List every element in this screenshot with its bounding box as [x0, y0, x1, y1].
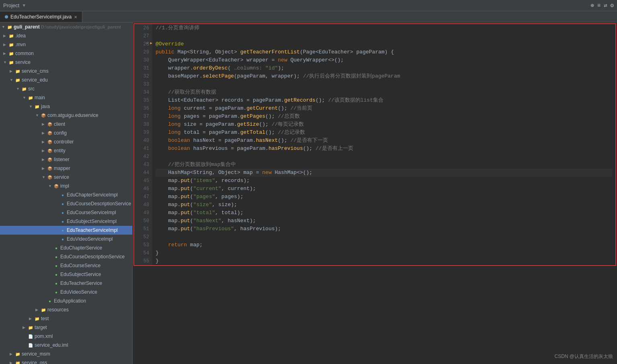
folder-icon-test: 📁	[34, 315, 40, 322]
sidebar-item-mapper[interactable]: 📦 mapper	[0, 164, 132, 173]
label-EduSubjectService: EduSubjectService	[60, 272, 101, 277]
sidebar-item-entity[interactable]: 📦 entity	[0, 146, 132, 155]
comment-3: //获取分页所有数据	[156, 88, 216, 96]
sidebar-item-EduCourseService[interactable]: ● EduCourseService	[0, 261, 132, 270]
sidebar-item-EduVideoServiceImpl[interactable]: ● EduVideoServiceImpl	[0, 235, 132, 243]
label-service-oss: service_oss	[22, 360, 47, 364]
code-editor[interactable]: 26 27 28 ▶ ↩ 29 30 31 32 33 34 35 36 37 …	[133, 22, 617, 364]
sidebar-item-service-edu-iml[interactable]: 📄 service_edu.iml	[0, 341, 132, 350]
arrow-controller	[42, 140, 47, 144]
sidebar-item-EduSubjectService[interactable]: ● EduSubjectService	[0, 270, 132, 279]
sidebar-item-EduTeacherServiceImpl[interactable]: ● EduTeacherServiceImpl	[0, 226, 132, 235]
kw-long-3: long	[168, 121, 184, 129]
sidebar-item-EduCourseDescriptionService2[interactable]: ● EduCourseDescriptionService	[0, 252, 132, 261]
arrow-test	[29, 317, 34, 321]
method-hasPrevious: hasPrevious	[269, 145, 303, 153]
line-num-43: 43	[134, 161, 152, 169]
sidebar-item-EduCourseServiceImpl[interactable]: ● EduCourseServiceImpl	[0, 208, 132, 217]
sidebar-item-src[interactable]: 📁 src	[0, 84, 132, 93]
sidebar-item-test[interactable]: 📁 test	[0, 314, 132, 323]
sidebar-item-EduApplication[interactable]: ● EduApplication	[0, 297, 132, 305]
str-id: "id"	[265, 64, 278, 72]
tab-close-button[interactable]: ✕	[74, 15, 77, 19]
label-EduChapterService: EduChapterService	[60, 245, 102, 251]
code-line-27	[156, 32, 612, 40]
toolbar-icon-1[interactable]: ⊕	[590, 2, 594, 9]
line-num-27: 27	[134, 32, 152, 40]
sidebar-item-service-pkg[interactable]: 📦 service	[0, 173, 132, 182]
sidebar-item-EduSubjectServiceImpl[interactable]: ● EduSubjectServiceImpl	[0, 217, 132, 226]
arrow-com-atguigu	[35, 113, 40, 117]
folder-icon-java: 📁	[34, 103, 40, 110]
label-mapper: mapper	[54, 166, 70, 171]
sidebar-item-controller[interactable]: 📦 controller	[0, 137, 132, 146]
sidebar-item-target[interactable]: 📁 target	[0, 323, 132, 332]
label-EduChapterServiceImpl: EduChapterServiceImpl	[67, 192, 118, 198]
sidebar-item-service-cms[interactable]: 📁 service_cms	[0, 67, 132, 76]
sidebar-item-EduCourseDescriptionService[interactable]: ● EduCourseDescriptionService	[0, 199, 132, 208]
sidebar-item-service-oss[interactable]: 📁 service_oss	[0, 358, 132, 364]
folder-icon-service-cms: 📁	[14, 68, 21, 74]
kw-public: public	[156, 48, 178, 56]
method-hasNext: hasNext	[256, 137, 278, 145]
str-current: "current"	[193, 185, 221, 193]
sidebar[interactable]: 📁 guli_parent D:\study\java\code\project…	[0, 22, 133, 364]
arrow-target	[23, 325, 27, 329]
arrow-main	[23, 96, 27, 100]
code-line-33	[156, 80, 612, 88]
sidebar-item-pom-edu[interactable]: 📄 pom.xml	[0, 332, 132, 341]
folder-icon-service-pkg: 📦	[47, 174, 53, 180]
tab-eduteacherserviceimpl[interactable]: EduTeacherServiceImpl.java ✕	[0, 12, 82, 22]
toolbar-icon-3[interactable]: ⇄	[604, 2, 607, 9]
sidebar-item-service-edu[interactable]: 📁 service_edu	[0, 76, 132, 84]
sidebar-item-mvn[interactable]: 📁 .mvn	[0, 40, 132, 49]
arrow-listener	[42, 157, 47, 162]
arrow-resources	[35, 308, 40, 312]
arrow-config	[42, 131, 47, 135]
folder-icon-service-msm: 📁	[14, 351, 21, 357]
kw-long-1: long	[168, 104, 184, 112]
arrow-src	[16, 87, 21, 91]
sidebar-item-EduVideoService[interactable]: ● EduVideoService	[0, 288, 132, 297]
code-line-46: map. put ( "current" , current);	[156, 185, 612, 193]
sidebar-item-java[interactable]: 📁 java	[0, 102, 132, 111]
line-num-49: 49	[134, 209, 152, 217]
project-label[interactable]: Project	[3, 2, 19, 8]
code-line-30: QueryWrapper < EduTeacher > wrapper = ne…	[156, 56, 612, 64]
sidebar-item-EduChapterServiceImpl[interactable]: ● EduChapterServiceImpl	[0, 190, 132, 199]
code-line-44: HashMap < String , Object > map = new Ha…	[156, 169, 612, 177]
sidebar-item-impl[interactable]: 📦 impl	[0, 182, 132, 190]
sidebar-item-config[interactable]: 📦 config	[0, 129, 132, 137]
sidebar-item-client[interactable]: 📦 client	[0, 120, 132, 129]
arrow-service-pkg	[42, 175, 47, 179]
sidebar-item-main[interactable]: 📁 main	[0, 93, 132, 102]
label-EduVideoServiceImpl: EduVideoServiceImpl	[67, 236, 113, 242]
code-line-37: long pages = pageParam. getPages (); //总…	[156, 112, 612, 121]
sidebar-item-EduChapterService[interactable]: ● EduChapterService	[0, 243, 132, 252]
annotation-override: @Override	[156, 40, 184, 48]
label-entity: entity	[54, 148, 66, 153]
sidebar-item-guli-parent[interactable]: 📁 guli_parent D:\study\java\code\project…	[0, 22, 132, 31]
comment-8: //总记录数	[278, 129, 305, 137]
method-put-2: put	[180, 185, 190, 193]
package-icon-com-atguigu: 📦	[40, 112, 47, 119]
sidebar-item-resources[interactable]: 📁 resources	[0, 305, 132, 314]
label-mvn: .mvn	[15, 42, 26, 47]
code-line-28: @Override	[156, 40, 612, 48]
icon-EduTeacherServiceImpl: ●	[59, 227, 66, 233]
toolbar-icon-2[interactable]: ≡	[597, 2, 601, 9]
sidebar-item-listener[interactable]: 📦 listener	[0, 155, 132, 164]
code-line-26: //1.分页查询讲师	[156, 24, 612, 32]
sidebar-item-idea[interactable]: 📁 .idea	[0, 31, 132, 40]
sidebar-item-com-atguigu[interactable]: 📦 com.atguigu.eduservice	[0, 111, 132, 120]
line-num-50: 50	[134, 217, 152, 225]
sidebar-item-EduTeacherService[interactable]: ● EduTeacherService	[0, 279, 132, 288]
folder-icon-resources: 📁	[40, 307, 47, 313]
sidebar-item-common[interactable]: 📁 common	[0, 49, 132, 58]
sidebar-item-service[interactable]: 📁 service	[0, 58, 132, 67]
kw-new-1: new	[278, 56, 290, 64]
code-line-39: long total = pageParam. getTotal (); //总…	[156, 129, 612, 137]
sidebar-item-service-msm[interactable]: 📁 service_msm	[0, 350, 132, 358]
line-num-47: 47	[134, 193, 152, 201]
toolbar-icon-4[interactable]: ⚙	[611, 2, 614, 9]
